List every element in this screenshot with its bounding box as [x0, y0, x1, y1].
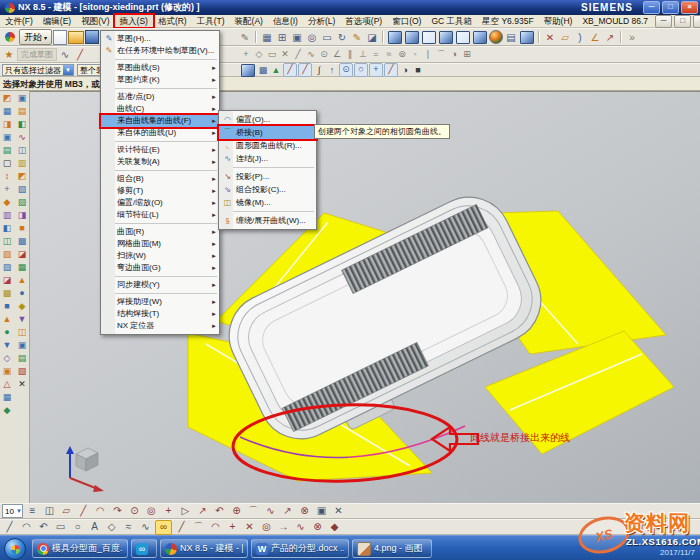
zoom-icon[interactable]: ◎	[305, 30, 319, 45]
snap-intersection-icon[interactable]: ✕	[279, 47, 291, 62]
wave-icon[interactable]: ∿	[293, 520, 308, 534]
left-toolbar-icon[interactable]: ◆	[16, 300, 29, 313]
ellipse-icon[interactable]: ○	[70, 520, 85, 534]
snap-tangent-icon[interactable]: ≈	[383, 47, 395, 62]
left-toolbar-icon[interactable]: ▦	[16, 261, 29, 274]
save-icon[interactable]	[85, 30, 99, 44]
left-toolbar-icon[interactable]: ◪	[1, 274, 14, 287]
snap-spline-icon[interactable]: ∿	[305, 47, 317, 62]
close-button[interactable]: ×	[681, 1, 698, 14]
left-toolbar-icon[interactable]: ▨	[16, 196, 29, 209]
left-toolbar-icon[interactable]: ◆	[1, 196, 14, 209]
left-toolbar-icon[interactable]: ▼	[1, 339, 14, 352]
taskbar-button-browser[interactable]: 模具分型面_百度...	[32, 539, 128, 558]
fillet-icon[interactable]: ↷	[110, 504, 125, 518]
menu-assemblies[interactable]: 装配(A)	[230, 15, 268, 27]
point-on-curve-icon[interactable]: ⊕	[229, 504, 244, 518]
view-orient-icon[interactable]	[520, 31, 534, 44]
taskbar-button-paint[interactable]: 4.png - 画图	[352, 539, 432, 558]
left-toolbar-icon[interactable]: ▦	[1, 391, 14, 404]
left-toolbar-icon[interactable]: ▤	[16, 352, 29, 365]
close-toolbar-icon[interactable]: ✕	[16, 378, 29, 391]
left-toolbar-icon[interactable]: ▼	[16, 313, 29, 326]
product-icon[interactable]: ⊗	[310, 520, 325, 534]
curve-filter-icon[interactable]: ╱	[298, 63, 312, 77]
submenu-item-wrap-unwrap[interactable]: §缠绕/展开曲线(W)...	[219, 214, 316, 227]
left-toolbar-icon[interactable]: ▩	[16, 235, 29, 248]
left-toolbar-icon[interactable]: ◧	[16, 118, 29, 131]
studio-icon[interactable]	[439, 31, 453, 44]
left-toolbar-icon[interactable]: ▩	[1, 287, 14, 300]
polygon-tool-icon[interactable]: ◇	[104, 520, 119, 534]
left-toolbar-icon[interactable]: ■	[1, 300, 14, 313]
sketch-filter-icon[interactable]: ╱	[384, 63, 398, 77]
shaded-with-edges-icon[interactable]	[388, 31, 402, 44]
direction-icon[interactable]: →	[276, 520, 291, 534]
mdi-restore-button[interactable]: □	[674, 15, 691, 28]
insert-menu-item-synchronous-modeling[interactable]: 同步建模(Y)►	[101, 279, 219, 291]
spline-up-icon[interactable]: ↗	[195, 504, 210, 518]
snap-pole-icon[interactable]: |	[422, 47, 434, 62]
edge-filter-icon[interactable]: ╱	[283, 63, 297, 77]
snap-equal-icon[interactable]: =	[370, 47, 382, 62]
profile-fillet-icon[interactable]: ↶	[36, 520, 51, 534]
left-toolbar-icon[interactable]: ▣	[16, 92, 29, 105]
left-toolbar-icon[interactable]: ▥	[1, 209, 14, 222]
left-toolbar-icon[interactable]: ◫	[16, 326, 29, 339]
left-toolbar-icon[interactable]: ▨	[1, 261, 14, 274]
snap-angle-icon[interactable]: ∠	[331, 47, 343, 62]
left-toolbar-icon[interactable]: ◫	[1, 235, 14, 248]
left-toolbar-icon[interactable]: ▣	[1, 365, 14, 378]
circle-point-icon[interactable]: ⊙	[127, 504, 142, 518]
circle-filter-icon[interactable]: ○	[354, 63, 368, 77]
cross-icon[interactable]: +	[225, 520, 240, 534]
intersection-point-icon[interactable]: ⊗	[297, 504, 312, 518]
left-toolbar-icon[interactable]: ◩	[16, 170, 29, 183]
sheet-icon[interactable]: ▱	[59, 504, 74, 518]
minimize-button[interactable]: ─	[643, 1, 660, 14]
rotate-view-icon[interactable]: ↻	[335, 30, 349, 45]
profile-arc-icon[interactable]: ◠	[19, 520, 34, 534]
left-toolbar-icon[interactable]: ▦	[1, 105, 14, 118]
tangent-arc-icon[interactable]: ◠	[208, 520, 223, 534]
sketch-line-icon[interactable]: ╱	[174, 520, 189, 534]
shaded-icon[interactable]	[405, 31, 419, 44]
insert-menu-item-datum-point[interactable]: 基准/点(D)►	[101, 91, 219, 103]
static-wireframe-icon[interactable]	[456, 31, 470, 44]
conic-icon[interactable]: ≈	[121, 520, 136, 534]
left-toolbar-icon[interactable]: ◧	[1, 222, 14, 235]
circle-icon[interactable]: ◎	[144, 504, 159, 518]
left-toolbar-icon[interactable]: ▧	[16, 365, 29, 378]
insert-menu-item-weld-assistant[interactable]: 焊接助理(W)►	[101, 296, 219, 308]
insert-menu-item-surface[interactable]: 曲面(R)►	[101, 226, 219, 238]
insert-menu-item-sketch-constraint[interactable]: 草图约束(K)►	[101, 74, 219, 86]
taskbar-button-netdisk[interactable]: ∞	[131, 539, 157, 558]
offset-arc-icon[interactable]: ⌒	[191, 520, 206, 534]
submenu-item-bridge[interactable]: ⌒桥接(B)	[219, 126, 316, 139]
left-toolbar-icon[interactable]: ■	[16, 222, 29, 235]
menu-analysis[interactable]: 分析(L)	[303, 15, 340, 27]
insert-menu-item-flange-surface[interactable]: 弯边曲面(G)►	[101, 262, 219, 274]
insert-menu-item-mesh-surface[interactable]: 网格曲面(M)►	[101, 238, 219, 250]
face-region-icon[interactable]: ▣	[314, 504, 329, 518]
pan-icon[interactable]: ▭	[320, 30, 334, 45]
insert-menu-item-combine[interactable]: 组合(B)►	[101, 173, 219, 185]
insert-menu-item-offset-scale[interactable]: 偏置/缩放(O)►	[101, 197, 219, 209]
left-toolbar-icon[interactable]: ◫	[16, 144, 29, 157]
plus-icon[interactable]: +	[161, 504, 176, 518]
menu-edit[interactable]: 编辑(E)	[38, 15, 76, 27]
submenu-item-project[interactable]: ↘投影(P)...	[219, 170, 316, 183]
vector-filter-icon[interactable]: ↑	[326, 63, 338, 78]
left-toolbar-icon[interactable]: ▤	[1, 144, 14, 157]
chain-link-icon[interactable]: ∞	[155, 520, 172, 535]
left-toolbar-icon[interactable]: ▲	[16, 274, 29, 287]
feature-filter-icon[interactable]: ▲	[270, 63, 282, 78]
body-icon[interactable]: ■	[412, 63, 424, 78]
fit-view-icon[interactable]: ▣	[290, 30, 304, 45]
mdi-close-button[interactable]: ×	[693, 15, 700, 28]
snap-arc-icon[interactable]: ⌒	[435, 47, 447, 62]
insert-menu-item-associative-copy[interactable]: 关联复制(A)►	[101, 156, 219, 168]
mirror-feature-icon[interactable]: ◫	[42, 504, 57, 518]
datum-filter-icon[interactable]: +	[369, 63, 383, 77]
taskbar-button-nx[interactable]: NX 8.5 - 建模 - [...	[160, 539, 248, 558]
